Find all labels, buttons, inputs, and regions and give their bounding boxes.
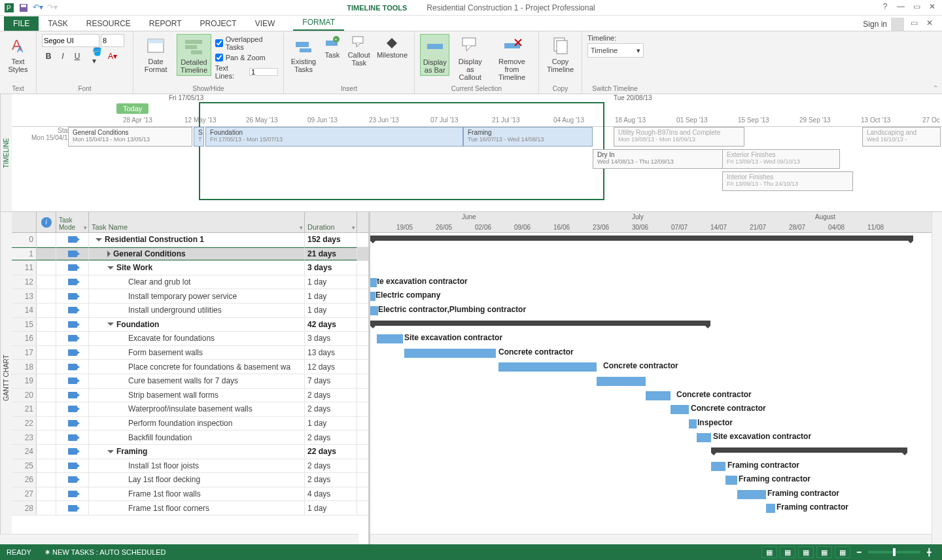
timeline-bar[interactable]: FoundationFri 17/05/13 - Mon 15/07/13 — [205, 127, 463, 147]
table-row[interactable]: 23Backfill foundation2 days — [12, 430, 368, 445]
detailed-timeline-button[interactable]: Detailed Timeline — [177, 34, 211, 76]
zoom-in[interactable]: ╋ — [923, 548, 935, 557]
gantt-bar[interactable] — [671, 405, 689, 414]
view-3[interactable]: ▦ — [798, 546, 814, 558]
table-row[interactable]: 19Cure basement walls for 7 days7 days — [12, 374, 368, 389]
underline-button[interactable]: U — [71, 50, 84, 63]
view-4[interactable]: ▦ — [816, 546, 832, 558]
vscroll[interactable] — [932, 212, 942, 544]
table-row[interactable]: 22Perform foundation inspection1 day — [12, 417, 368, 431]
table-row[interactable]: 16Excavate for foundations3 days — [12, 332, 368, 346]
timeline-bar[interactable]: Utility Rough-B97Ins and CompleteMon 19/… — [614, 127, 744, 147]
pan-zoom-checkbox[interactable]: Pan & Zoom — [215, 54, 278, 61]
gantt-bar[interactable] — [737, 490, 766, 499]
gantt-bar[interactable] — [370, 292, 375, 301]
table-row[interactable]: 26Lay 1st floor decking2 days — [12, 473, 368, 487]
tab-project[interactable]: PROJECT — [191, 16, 246, 31]
table-row[interactable]: 20Strip basement wall forms2 days — [12, 389, 368, 403]
gantt-bar[interactable] — [404, 349, 496, 358]
gantt-bar[interactable] — [689, 419, 697, 429]
gantt-bar[interactable] — [370, 306, 378, 315]
table-row[interactable]: 21Waterproof/insulate basement walls2 da… — [12, 402, 368, 417]
save-icon[interactable] — [18, 3, 29, 13]
task-name-col[interactable]: Task Name▾ — [89, 212, 305, 232]
doc-restore-icon[interactable]: ▭ — [908, 18, 920, 30]
insert-task-button[interactable]: +Task — [322, 34, 343, 60]
gantt-bar[interactable] — [697, 433, 711, 442]
zoom-out[interactable]: ━ — [853, 548, 865, 557]
gantt-bar[interactable] — [711, 462, 725, 471]
timeline-bar[interactable]: General ConditionsMon 15/04/13 - Mon 13/… — [68, 127, 192, 147]
italic-button[interactable]: I — [56, 50, 69, 63]
task-mode-col[interactable]: Task Mode▾ — [56, 212, 89, 232]
view-5[interactable]: ▦ — [835, 546, 850, 558]
file-tab[interactable]: FILE — [4, 16, 39, 31]
view-gantt[interactable]: ▦ — [761, 546, 777, 558]
tab-task[interactable]: TASK — [39, 16, 77, 31]
gantt-bar[interactable] — [725, 476, 737, 485]
table-row[interactable]: 28Frame 1st floor corners1 day — [12, 501, 368, 516]
copy-timeline-button[interactable]: Copy Timeline — [544, 34, 576, 75]
bold-button[interactable]: B — [42, 50, 55, 63]
display-as-bar-button[interactable]: Display as Bar — [420, 34, 449, 76]
view-2[interactable]: ▦ — [780, 546, 795, 558]
table-hscroll[interactable] — [0, 534, 358, 544]
doc-close-icon[interactable]: ✕ — [924, 18, 935, 30]
font-color-button[interactable]: A▾ — [106, 50, 119, 63]
zoom-slider[interactable] — [868, 551, 920, 553]
text-lines-input[interactable] — [249, 68, 278, 76]
table-row[interactable]: 1General Conditions21 days — [12, 247, 368, 262]
gantt-bar[interactable] — [498, 362, 597, 372]
milestone-button[interactable]: Milestone — [375, 34, 409, 60]
gantt-bar[interactable] — [597, 377, 646, 386]
remove-from-timeline-button[interactable]: Remove from Timeline — [491, 34, 533, 82]
display-as-callout-button[interactable]: Display as Callout — [453, 34, 487, 82]
table-row[interactable]: 24Framing22 days — [12, 445, 368, 459]
existing-tasks-button[interactable]: Existing Tasks — [289, 34, 318, 75]
gantt-chart[interactable]: JuneJulyAugust19/0526/0502/0609/0616/062… — [370, 212, 942, 544]
timeline-bar[interactable]: Interior FinishesFri 13/09/13 - Thu 24/1… — [722, 171, 853, 191]
gantt-bar[interactable] — [370, 278, 377, 287]
timeline-select[interactable]: Timeline▾ — [587, 43, 644, 58]
table-row[interactable]: 27Frame 1st floor walls4 days — [12, 487, 368, 502]
chart-hscroll[interactable] — [370, 534, 932, 544]
date-format-button[interactable]: Date Format — [139, 34, 173, 75]
table-row[interactable]: 15Foundation42 days — [12, 318, 368, 332]
timeline-bar[interactable]: Exterior FinishesFri 13/09/13 - Wed 09/1… — [722, 149, 840, 169]
row-header-col[interactable] — [12, 212, 37, 232]
user-icon[interactable] — [891, 18, 904, 31]
overlapped-tasks-checkbox[interactable]: Overlapped Tasks — [215, 35, 278, 51]
timeline-bar[interactable]: ST — [194, 127, 204, 147]
gantt-bar[interactable] — [377, 334, 403, 343]
minimize-icon[interactable]: — — [895, 2, 907, 14]
collapse-ribbon-icon[interactable]: ⌃ — [933, 84, 938, 92]
tab-view[interactable]: VIEW — [246, 16, 285, 31]
gantt-bar[interactable] — [711, 447, 907, 453]
table-row[interactable]: 0Residential Construction 1152 days — [12, 233, 368, 247]
timeline-bar[interactable]: Dry InWed 14/08/13 - Thu 12/09/13 — [593, 149, 724, 169]
duration-col[interactable]: Duration▾ — [305, 212, 357, 232]
timeline-bar[interactable]: FramingTue 16/07/13 - Wed 14/08/13 — [463, 127, 593, 147]
callout-task-button[interactable]: Callout Task — [347, 34, 372, 68]
redo-icon[interactable]: ↷▾ — [47, 3, 58, 13]
table-row[interactable]: 12Clear and grub lot1 day — [12, 275, 368, 290]
tab-resource[interactable]: RESOURCE — [77, 16, 140, 31]
table-row[interactable]: 11Site Work3 days — [12, 261, 368, 275]
text-styles-button[interactable]: AAText Styles — [5, 34, 31, 75]
table-row[interactable]: 25Install 1st floor joists2 days — [12, 459, 368, 474]
font-name-combo[interactable] — [42, 34, 99, 47]
sign-in-link[interactable]: Sign in — [863, 20, 887, 29]
font-size-combo[interactable] — [101, 34, 124, 47]
undo-icon[interactable]: ↶▾ — [33, 3, 43, 13]
table-row[interactable]: 18Place concrete for foundations & basem… — [12, 360, 368, 374]
fill-color-button[interactable]: 🪣▾ — [92, 50, 105, 63]
tab-format[interactable]: FORMAT — [293, 15, 344, 31]
table-row[interactable]: 14Install underground utilities1 day — [12, 304, 368, 318]
gantt-bar[interactable] — [766, 504, 775, 513]
tab-report[interactable]: REPORT — [140, 16, 191, 31]
timeline-bar[interactable]: Landscaping andWed 16/10/13 - — [862, 127, 941, 147]
info-col[interactable]: i — [37, 212, 56, 232]
help-icon[interactable]: ? — [879, 2, 891, 14]
gantt-bar[interactable] — [370, 236, 913, 241]
restore-icon[interactable]: ▭ — [911, 2, 922, 14]
